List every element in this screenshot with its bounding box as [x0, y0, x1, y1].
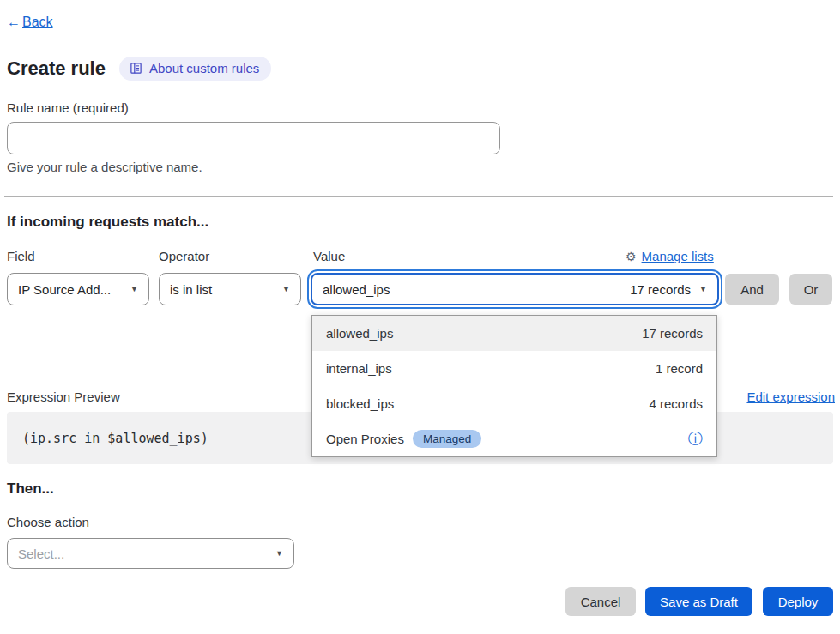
value-select-records: 17 records: [630, 282, 691, 297]
title-row: Create rule About custom rules: [7, 57, 271, 81]
choose-action-label: Choose action: [7, 515, 89, 529]
rule-name-input[interactable]: [7, 122, 500, 154]
back-link[interactable]: ←Back: [7, 15, 53, 30]
match-section-heading: If incoming requests match...: [7, 214, 208, 231]
chevron-down-icon: ▼: [275, 549, 283, 558]
edit-expression-link[interactable]: Edit expression: [746, 389, 835, 404]
list-option-allowed-ips[interactable]: allowed_ips 17 records: [312, 316, 716, 351]
list-option-name: internal_ips: [326, 361, 392, 376]
back-link-label: Back: [22, 15, 53, 29]
list-option-name: blocked_ips: [326, 396, 394, 411]
value-label: Value: [313, 249, 345, 263]
operator-label: Operator: [159, 249, 209, 263]
list-option-name: allowed_ips: [326, 326, 393, 341]
section-divider: [4, 196, 833, 197]
managed-badge: Managed: [413, 430, 481, 448]
and-button[interactable]: And: [725, 274, 779, 305]
gear-icon: ⚙: [625, 250, 637, 263]
operator-select[interactable]: is in list ▼: [159, 273, 301, 305]
save-as-draft-button[interactable]: Save as Draft: [645, 587, 752, 616]
list-option-internal-ips[interactable]: internal_ips 1 record: [312, 351, 716, 386]
chevron-down-icon: ▼: [130, 285, 138, 293]
action-select[interactable]: Select... ▼: [7, 538, 294, 569]
then-section-heading: Then...: [7, 480, 54, 498]
about-pill-label: About custom rules: [149, 61, 259, 75]
book-icon: [130, 62, 142, 75]
list-option-blocked-ips[interactable]: blocked_ips 4 records: [312, 386, 716, 421]
list-option-records: 4 records: [649, 396, 703, 411]
value-dropdown-panel: allowed_ips 17 records internal_ips 1 re…: [311, 315, 717, 457]
list-option-records: 1 record: [656, 361, 703, 376]
manage-lists-label: Manage lists: [642, 249, 714, 263]
list-option-open-proxies[interactable]: Open Proxies Managed ⓘ: [312, 421, 716, 456]
about-custom-rules-link[interactable]: About custom rules: [119, 57, 271, 81]
back-arrow-icon: ←: [7, 15, 21, 29]
rule-name-helper: Give your rule a descriptive name.: [7, 160, 202, 174]
field-select-value: IP Source Add...: [18, 282, 111, 297]
manage-lists-link[interactable]: ⚙ Manage lists: [625, 249, 714, 263]
rule-name-label: Rule name (required): [7, 100, 129, 115]
field-select[interactable]: IP Source Add... ▼: [7, 273, 149, 305]
value-select-selected: allowed_ips: [323, 282, 390, 297]
cancel-button[interactable]: Cancel: [565, 587, 636, 616]
field-label: Field: [7, 249, 35, 263]
info-icon[interactable]: ⓘ: [688, 432, 703, 446]
page-title: Create rule: [7, 57, 106, 80]
create-rule-page: ←Back Create rule About custom rules Rul…: [0, 0, 840, 634]
chevron-down-icon: ▼: [699, 285, 707, 293]
list-option-name: Open Proxies: [326, 432, 404, 446]
chevron-down-icon: ▼: [282, 285, 290, 293]
action-select-placeholder: Select...: [18, 546, 64, 561]
deploy-button[interactable]: Deploy: [763, 587, 833, 616]
operator-select-value: is in list: [170, 282, 212, 297]
value-select[interactable]: allowed_ips 17 records ▼: [311, 273, 719, 305]
expression-preview-label: Expression Preview: [7, 389, 120, 404]
list-option-records: 17 records: [642, 326, 703, 341]
expression-code: (ip.src in $allowed_ips): [22, 431, 208, 446]
or-button[interactable]: Or: [789, 274, 832, 305]
